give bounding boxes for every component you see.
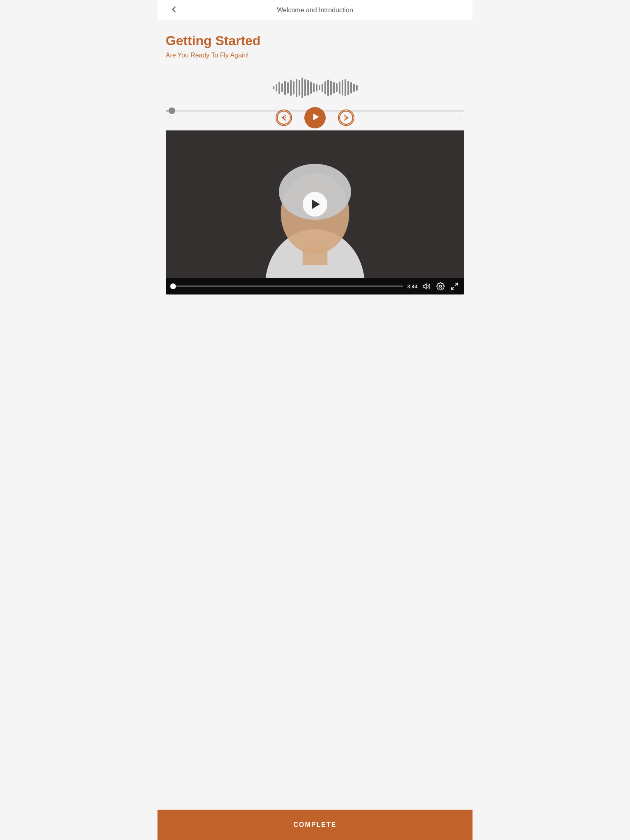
svg-text:15: 15 bbox=[344, 116, 348, 120]
waveform-bar bbox=[316, 84, 317, 91]
audio-time-row: --:-- 15 bbox=[166, 115, 464, 121]
audio-play-icon bbox=[311, 112, 321, 124]
header-title: Welcome and Introduction bbox=[277, 7, 353, 14]
waveform-bar bbox=[290, 80, 292, 96]
svg-point-12 bbox=[440, 285, 442, 288]
waveform-bar bbox=[278, 82, 280, 94]
waveform-bar bbox=[339, 82, 340, 94]
svg-line-13 bbox=[455, 283, 458, 286]
waveform-bar bbox=[330, 81, 332, 95]
audio-play-button[interactable] bbox=[304, 107, 326, 128]
content: Getting Started Are You Ready To Fly Aga… bbox=[158, 21, 472, 442]
complete-button-label: COMPLETE bbox=[294, 821, 337, 828]
waveform-bar bbox=[324, 81, 326, 94]
waveform-bar bbox=[333, 82, 335, 94]
waveform-bar bbox=[276, 84, 277, 91]
waveform-bar bbox=[307, 80, 309, 96]
video-progress-bar[interactable] bbox=[171, 285, 403, 287]
back-button[interactable] bbox=[166, 3, 182, 18]
svg-rect-11 bbox=[303, 247, 328, 265]
page-subtitle: Are You Ready To Fly Again! bbox=[166, 52, 464, 59]
audio-progress-thumb bbox=[169, 107, 175, 114]
waveform-bar bbox=[304, 79, 306, 96]
video-controls-bar: 3:44 bbox=[166, 278, 464, 294]
waveform-bar bbox=[296, 79, 297, 97]
settings-icon bbox=[436, 282, 445, 290]
waveform-bar bbox=[342, 80, 343, 96]
fullscreen-icon bbox=[450, 282, 459, 290]
skip-back-button[interactable]: 15 bbox=[276, 110, 292, 126]
waveform-bar bbox=[356, 85, 358, 91]
svg-marker-2 bbox=[313, 114, 319, 120]
complete-button[interactable]: COMPLETE bbox=[158, 810, 472, 840]
waveform-bar bbox=[350, 82, 352, 94]
waveform-bar bbox=[293, 81, 294, 94]
video-play-triangle-icon bbox=[312, 199, 320, 209]
waveform-bar bbox=[281, 83, 283, 92]
audio-controls: 15 15 bbox=[276, 107, 354, 128]
waveform-bar bbox=[310, 82, 312, 94]
audio-total-time: --:-- bbox=[457, 115, 464, 121]
skip-forward-button[interactable]: 15 bbox=[338, 110, 354, 126]
waveform-bar bbox=[313, 83, 315, 92]
svg-line-14 bbox=[452, 287, 454, 290]
header: Welcome and Introduction bbox=[158, 0, 472, 21]
spacer bbox=[166, 311, 464, 393]
waveform-bar bbox=[319, 85, 320, 90]
waveform-bar bbox=[301, 78, 303, 98]
skip-forward-icon: 15 bbox=[339, 110, 354, 125]
waveform-bar bbox=[353, 84, 355, 92]
skip-back-icon: 15 bbox=[276, 110, 291, 125]
audio-waveform bbox=[166, 75, 464, 100]
waveform-bar bbox=[347, 81, 349, 95]
video-play-overlay[interactable] bbox=[303, 192, 327, 217]
back-icon bbox=[169, 5, 179, 14]
waveform-bar bbox=[273, 86, 274, 89]
video-fullscreen-button[interactable] bbox=[450, 281, 459, 291]
waveform-bars bbox=[273, 78, 358, 98]
svg-text:15: 15 bbox=[283, 116, 286, 120]
audio-current-time: --:-- bbox=[166, 115, 173, 121]
waveform-bar bbox=[287, 82, 289, 94]
video-thumbnail bbox=[166, 130, 464, 278]
video-time: 3:44 bbox=[407, 283, 418, 290]
video-mute-button[interactable] bbox=[422, 281, 431, 291]
waveform-bar bbox=[299, 80, 300, 96]
audio-progress-section: --:-- 15 bbox=[166, 110, 464, 121]
play-triangle-icon bbox=[311, 112, 321, 122]
video-container: 3:44 bbox=[166, 130, 464, 294]
waveform-bar bbox=[322, 84, 323, 92]
video-settings-button[interactable] bbox=[436, 281, 445, 291]
waveform-bar bbox=[345, 79, 346, 96]
waveform-bar bbox=[336, 83, 338, 92]
mute-icon bbox=[422, 282, 431, 290]
page-title: Getting Started bbox=[166, 33, 464, 48]
waveform-bar bbox=[327, 80, 329, 96]
video-progress-thumb bbox=[170, 283, 176, 289]
waveform-bar bbox=[284, 81, 286, 95]
